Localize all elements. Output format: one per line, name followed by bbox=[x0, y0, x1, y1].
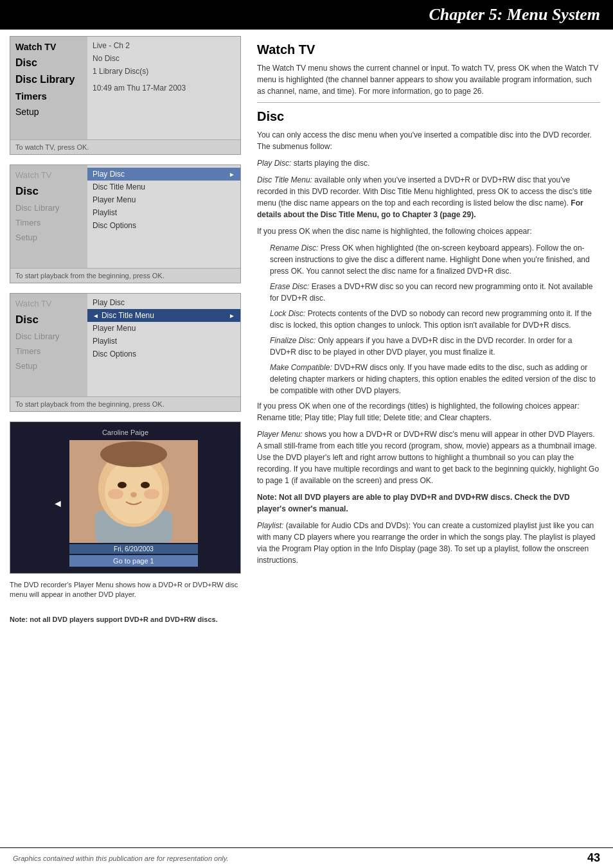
section-divider bbox=[257, 102, 600, 103]
playlist-desc: Playlist: (available for Audio CDs and D… bbox=[257, 520, 600, 566]
disc-title-menu-text: Disc Title Menu: available only when you… bbox=[257, 174, 600, 220]
disc-intro: You can only access the disc menu when y… bbox=[257, 129, 600, 152]
disc-title-menu-label: Disc Title Menu: bbox=[257, 175, 312, 184]
panel1-item-setup[interactable]: Setup bbox=[10, 104, 87, 120]
disc-playdisk-text: Play Disc: starts playing the disc. bbox=[257, 157, 600, 169]
disc-title-menu-panel: Watch TV Disc Disc Library Timers Setup … bbox=[10, 293, 241, 412]
lock-body: Protects contents of the DVD so nobody c… bbox=[270, 309, 592, 330]
make-compat-text: Make Compatible: DVD+RW discs only. If y… bbox=[270, 362, 600, 396]
panel1-right-menu: Live - Ch 2 No Disc 1 Library Disc(s) 10… bbox=[87, 37, 240, 139]
rename-label: Rename Disc: bbox=[270, 244, 318, 252]
player-menu-desc: Player Menu: shows you how a DVD+R or DV… bbox=[257, 429, 600, 486]
player-caption1: The DVD recorder's Player Menu shows how… bbox=[10, 580, 241, 600]
panel3-value-discoptions[interactable]: Disc Options bbox=[87, 348, 240, 360]
playlist-body: (available for Audio CDs and DVDs): You … bbox=[257, 521, 595, 565]
svg-point-4 bbox=[118, 482, 127, 488]
left-column: Watch TV Disc Disc Library Timers Setup … bbox=[0, 30, 251, 631]
panel3-right-menu: Play Disc Disc Title Menu Player Menu Pl… bbox=[87, 294, 240, 396]
erase-text: Erase Disc: Erases a DVD+RW disc so you … bbox=[270, 281, 600, 304]
player-menu-desc-label: Player Menu: bbox=[257, 430, 303, 439]
panel3-value-playlist[interactable]: Playlist bbox=[87, 335, 240, 348]
svg-point-5 bbox=[141, 482, 150, 488]
panel2-value-playermenu[interactable]: Player Menu bbox=[87, 193, 240, 206]
disc-submenu-panel: Watch TV Disc Disc Library Timers Setup … bbox=[10, 164, 241, 283]
ok-press-text2: If you press OK when one of the recordin… bbox=[257, 400, 600, 423]
panel1-footer: To watch TV, press OK. bbox=[10, 139, 240, 154]
page-content: Watch TV Disc Disc Library Timers Setup … bbox=[0, 30, 613, 631]
panel3-footer: To start playback from the beginning, pr… bbox=[10, 396, 240, 411]
panel3-item-timers[interactable]: Timers bbox=[10, 344, 87, 359]
panel1-left-menu: Watch TV Disc Disc Library Timers Setup bbox=[10, 37, 87, 139]
player-thumbnail bbox=[69, 440, 198, 543]
player-caption2: Note: not all DVD players support DVD+R … bbox=[10, 615, 241, 624]
player-date: Fri, 6/20/2003 bbox=[69, 544, 198, 554]
disc-heading: Disc bbox=[257, 109, 600, 124]
watch-tv-body: The Watch TV menu shows the current chan… bbox=[257, 62, 600, 97]
erase-label: Erase Disc: bbox=[270, 282, 309, 291]
page-number: 43 bbox=[587, 851, 600, 865]
panel3-value-playdisc[interactable]: Play Disc bbox=[87, 296, 240, 309]
svg-point-7 bbox=[108, 489, 123, 499]
footer-text: Graphics contained within this publicati… bbox=[13, 855, 228, 862]
page-footer: Graphics contained within this publicati… bbox=[0, 847, 613, 868]
erase-body: Erases a DVD+RW disc so you can record n… bbox=[270, 282, 592, 303]
baby-face-svg bbox=[69, 440, 198, 543]
panel3-item-setup[interactable]: Setup bbox=[10, 359, 87, 373]
panel1-value-watchtv: Live - Ch 2 bbox=[87, 39, 240, 52]
panel2-left-menu: Watch TV Disc Disc Library Timers Setup bbox=[10, 165, 87, 268]
player-person-name: Caroline Paige bbox=[17, 429, 234, 436]
play-disc-label: Play Disc: bbox=[257, 159, 291, 168]
lock-text: Lock Disc: Protects contents of the DVD … bbox=[270, 308, 600, 331]
panel2-item-setup[interactable]: Setup bbox=[10, 230, 87, 245]
panel2-footer: To start playback from the beginning, pr… bbox=[10, 268, 240, 283]
finalize-body: Only appears if you have a DVD+R disc in… bbox=[270, 336, 573, 357]
panel3-item-disclibrary[interactable]: Disc Library bbox=[10, 329, 87, 344]
panel1-item-watchtv[interactable]: Watch TV bbox=[10, 39, 87, 55]
panel3-value-playermenu[interactable]: Player Menu bbox=[87, 322, 240, 335]
lock-label: Lock Disc: bbox=[270, 309, 305, 318]
make-compat-label: Make Compatible: bbox=[270, 363, 332, 372]
chapter-header: Chapter 5: Menu System bbox=[0, 0, 613, 30]
svg-point-8 bbox=[144, 489, 159, 499]
goto-page-button[interactable]: Go to page 1 bbox=[69, 555, 198, 567]
finalize-label: Finalize Disc: bbox=[270, 336, 315, 345]
panel2-value-discoptions[interactable]: Disc Options bbox=[87, 219, 240, 232]
panel2-item-disclibrary[interactable]: Disc Library bbox=[10, 200, 87, 215]
panel2-item-timers[interactable]: Timers bbox=[10, 215, 87, 230]
panel3-value-disctitlemenu[interactable]: Disc Title Menu bbox=[87, 309, 240, 322]
rename-body: Press OK when highlighted (the on-screen… bbox=[270, 244, 590, 276]
chapter-title: Chapter 5: Menu System bbox=[13, 5, 600, 24]
player-menu-desc-body: shows you how a DVD+R or DVD+RW disc's m… bbox=[257, 430, 599, 485]
panel3-item-disc[interactable]: Disc bbox=[10, 311, 87, 329]
player-menu-note: Note: Not all DVD players are able to pl… bbox=[257, 492, 600, 515]
panel2-value-disctitlemenu[interactable]: Disc Title Menu bbox=[87, 181, 240, 193]
panel1-value-disc: No Disc bbox=[87, 52, 240, 65]
ok-press-text: If you press OK when the disc name is hi… bbox=[257, 226, 600, 237]
play-disc-body: starts playing the disc. bbox=[291, 159, 369, 168]
rename-text: Rename Disc: Press OK when highlighted (… bbox=[270, 242, 600, 277]
playlist-label: Playlist: bbox=[257, 521, 283, 530]
panel1-item-disc[interactable]: Disc bbox=[10, 55, 87, 71]
panel3-item-watchtv[interactable]: Watch TV bbox=[10, 296, 87, 311]
panel2-value-playlist[interactable]: Playlist bbox=[87, 206, 240, 219]
right-column: Watch TV The Watch TV menu shows the cur… bbox=[251, 30, 613, 631]
watch-tv-heading: Watch TV bbox=[257, 42, 600, 57]
watch-tv-panel: Watch TV Disc Disc Library Timers Setup … bbox=[10, 36, 241, 155]
panel2-item-watchtv[interactable]: Watch TV bbox=[10, 168, 87, 182]
panel1-value-disclibrary: 1 Library Disc(s) bbox=[87, 65, 240, 78]
svg-point-6 bbox=[130, 492, 137, 497]
panel1-item-disclibrary[interactable]: Disc Library bbox=[10, 71, 87, 88]
player-menu-content: ◄ bbox=[17, 440, 234, 567]
panel2-item-disc[interactable]: Disc bbox=[10, 182, 87, 200]
panel2-value-playdisc[interactable]: Play Disc bbox=[87, 168, 240, 181]
player-arrow-left-icon[interactable]: ◄ bbox=[53, 498, 63, 509]
player-menu-area: Caroline Paige ◄ bbox=[10, 421, 241, 574]
panel2-right-menu: Play Disc Disc Title Menu Player Menu Pl… bbox=[87, 165, 240, 268]
svg-point-9 bbox=[100, 441, 167, 467]
panel1-value-setup: 10:49 am Thu 17-Mar 2003 bbox=[87, 82, 240, 94]
finalize-text: Finalize Disc: Only appears if you have … bbox=[270, 335, 600, 358]
panel1-item-timers[interactable]: Timers bbox=[10, 88, 87, 104]
panel3-left-menu: Watch TV Disc Disc Library Timers Setup bbox=[10, 294, 87, 396]
